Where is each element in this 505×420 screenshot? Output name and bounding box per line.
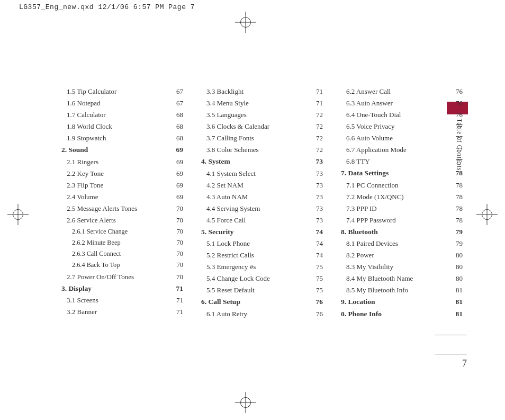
- toc-entry-label: 3.6 Clocks & Calendar: [201, 123, 269, 130]
- toc-entry-page: 75: [313, 287, 323, 293]
- toc-entry-label: 8.5 My Bluetooth Info: [341, 287, 408, 293]
- toc-entry-page: 77: [453, 135, 463, 141]
- toc-entry-label: 2.6.4 Back To Top: [61, 262, 120, 268]
- toc-entry-row: 1.9 Stopwatch68: [61, 135, 183, 141]
- toc-entry-page: 78: [453, 205, 463, 212]
- toc-entry-label: 8. Bluetooth: [341, 228, 378, 236]
- toc-entry-label: 1.7 Calculator: [61, 111, 106, 118]
- toc-entry-page: 78: [453, 193, 463, 200]
- toc-entry-page: 69: [173, 170, 183, 177]
- toc-entry-page: 73: [313, 217, 323, 224]
- toc-entry-label: 5.2 Restrict Calls: [201, 252, 254, 258]
- toc-entry-page: 80: [453, 275, 463, 282]
- toc-entry-page: 73: [313, 205, 323, 212]
- toc-section-row: 0. Phone Info81: [341, 310, 463, 318]
- toc-entry-page: 79: [453, 228, 463, 236]
- toc-entry-label: 4.3 Auto NAM: [201, 193, 248, 200]
- toc-entry-label: 3. Display: [61, 285, 92, 292]
- toc-entry-page: 76: [453, 111, 463, 118]
- toc-entry-label: 2.1 Ringers: [61, 158, 98, 165]
- toc-entry-page: 81: [453, 310, 463, 318]
- toc-entry-row: 1.7 Calculator68: [61, 111, 183, 118]
- toc-entry-page: 67: [173, 100, 183, 106]
- toc-entry-row: 5.2 Restrict Calls74: [201, 252, 323, 258]
- toc-entry-label: 3.4 Menu Style: [201, 100, 249, 106]
- toc-entry-row: 3.7 Calling Fonts72: [201, 135, 323, 141]
- toc-entry-page: 74: [313, 228, 323, 236]
- toc-entry-row: 4.5 Force Call73: [201, 217, 323, 224]
- toc-entry-page: 69: [173, 158, 183, 165]
- toc-entry-label: 8.4 My Bluetooth Name: [341, 275, 413, 282]
- toc-entry-page: 78: [453, 182, 463, 189]
- toc-entry-label: 2.6.2 Minute Beep: [61, 239, 121, 246]
- toc-entry-label: 1.5 Tip Calculator: [61, 88, 116, 95]
- toc-entry-page: 72: [313, 146, 323, 153]
- toc-entry-row: 2.6.1 Service Change70: [61, 228, 183, 235]
- toc-entry-page: 71: [313, 100, 323, 106]
- toc-entry-page: 77: [453, 123, 463, 130]
- toc-entry-page: 73: [313, 182, 323, 189]
- toc-entry-page: 70: [173, 273, 183, 280]
- toc-entry-page: 74: [313, 240, 323, 247]
- toc-entry-label: 6. Call Setup: [201, 298, 240, 306]
- toc-entry-page: 77: [453, 158, 463, 165]
- toc-entry-label: 0. Phone Info: [341, 310, 382, 318]
- toc-entry-page: 81: [453, 287, 463, 293]
- toc-section-row: 2. Sound69: [61, 146, 183, 154]
- toc-entry-label: 2.2 Key Tone: [61, 170, 104, 177]
- toc-entry-page: 73: [313, 170, 323, 177]
- toc-entry-row: 8.4 My Bluetooth Name80: [341, 275, 463, 282]
- toc-entry-label: 3.8 Color Schemes: [201, 146, 259, 153]
- toc-entry-row: 5.1 Lock Phone74: [201, 240, 323, 247]
- toc-entry-row: 1.8 World Clock68: [61, 123, 183, 130]
- toc-entry-row: 2.6.2 Minute Beep70: [61, 239, 183, 246]
- toc-entry-row: 6.7 Application Mode77: [341, 146, 463, 153]
- toc-entry-row: 6.8 TTY77: [341, 158, 463, 165]
- toc-entry-row: 8.5 My Bluetooth Info81: [341, 287, 463, 293]
- toc-section-row: 9. Location81: [341, 298, 463, 306]
- toc-entry-page: 69: [173, 193, 183, 200]
- toc-entry-page: 81: [453, 298, 463, 306]
- toc-entry-row: 2.1 Ringers69: [61, 158, 183, 165]
- toc-entry-label: 1.6 Notepad: [61, 100, 101, 106]
- toc-entry-row: 6.3 Auto Answer76: [341, 100, 463, 106]
- toc-entry-page: 80: [453, 252, 463, 258]
- toc-entry-row: 2.6.4 Back To Top70: [61, 262, 183, 268]
- toc-entry-label: 1.9 Stopwatch: [61, 135, 106, 141]
- registration-mark-icon: [476, 204, 498, 225]
- toc-entry-page: 71: [313, 88, 323, 95]
- toc-entry-row: 5.5 Reset Default75: [201, 287, 323, 293]
- toc-entry-row: 2.7 Power On/Off Tones70: [61, 273, 183, 280]
- toc-entry-page: 75: [313, 263, 323, 270]
- toc-entry-page: 68: [173, 111, 183, 118]
- toc-column: 1.5 Tip Calculator671.6 Notepad671.7 Cal…: [61, 88, 183, 322]
- toc-entry-label: 5.3 Emergency #s: [201, 263, 256, 270]
- toc-entry-label: 7.4 PPP Password: [341, 217, 396, 224]
- page-rule: [435, 354, 467, 354]
- toc-entry-row: 3.1 Screens71: [61, 297, 183, 303]
- registration-mark-icon: [235, 392, 256, 413]
- toc-entry-label: 5.5 Reset Default: [201, 287, 255, 293]
- toc-entry-page: 70: [173, 217, 183, 224]
- toc-entry-row: 3.4 Menu Style71: [201, 100, 323, 106]
- toc-entry-row: 6.2 Answer Call76: [341, 88, 463, 95]
- toc-entry-page: 71: [173, 308, 183, 315]
- toc-entry-row: 2.2 Key Tone69: [61, 170, 183, 177]
- toc-entry-row: 8.3 My Visibility80: [341, 263, 463, 270]
- toc-entry-label: 4. System: [201, 158, 230, 165]
- toc-entry-page: 69: [173, 182, 183, 189]
- toc-section-row: 4. System73: [201, 158, 323, 165]
- page-number: 7: [462, 358, 467, 369]
- toc-entry-label: 4.5 Force Call: [201, 217, 246, 224]
- toc-entry-label: 5.4 Change Lock Code: [201, 275, 270, 282]
- toc-entry-label: 1.8 World Clock: [61, 123, 112, 130]
- toc-entry-page: 73: [313, 158, 323, 165]
- toc-entry-label: 4.4 Serving System: [201, 205, 260, 212]
- toc-entry-row: 6.5 Voice Privacy77: [341, 123, 463, 130]
- toc-entry-label: 2. Sound: [61, 146, 88, 154]
- print-job-header: LG357_Eng_new.qxd 12/1/06 6:57 PM Page 7: [19, 3, 195, 11]
- toc-entry-page: 75: [313, 275, 323, 282]
- toc-entry-row: 3.8 Color Schemes72: [201, 146, 323, 153]
- toc-entry-row: 4.1 System Select73: [201, 170, 323, 177]
- toc-entry-label: 6.1 Auto Retry: [201, 310, 247, 317]
